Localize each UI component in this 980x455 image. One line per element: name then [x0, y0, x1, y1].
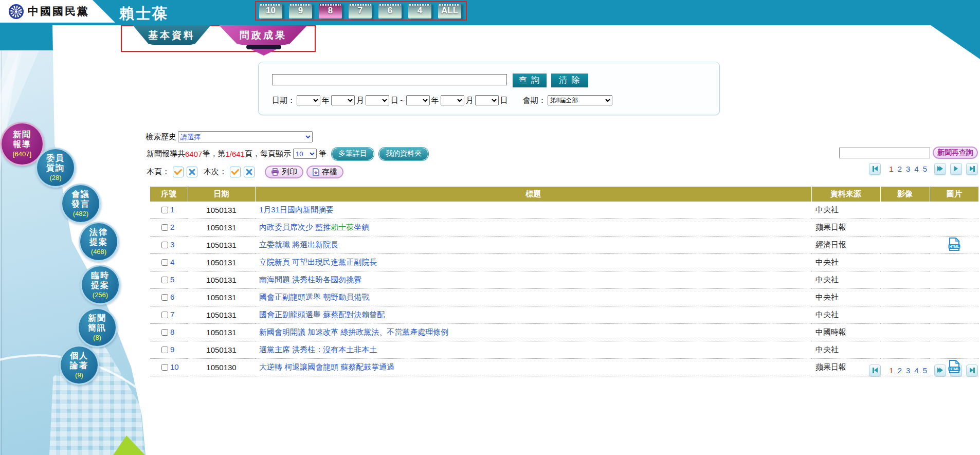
col-header-4: 資料來源	[811, 187, 880, 202]
session-tab-8[interactable]: 8	[319, 4, 342, 19]
page-link-2[interactable]: 2	[898, 165, 902, 173]
select-page-label: 本頁：	[147, 167, 170, 177]
decor-ray	[0, 20, 49, 425]
row-title-link[interactable]: 1月31日國內新聞摘要	[259, 205, 334, 214]
print-button[interactable]: 列印	[265, 166, 303, 178]
session-tab-7[interactable]: 7	[349, 4, 372, 19]
session-tab-6[interactable]: 6	[378, 4, 402, 19]
row-number-link[interactable]: 8	[170, 327, 174, 336]
end-day-select[interactable]	[475, 95, 499, 105]
row-number-link[interactable]: 1	[170, 205, 174, 214]
row-image-cell	[880, 289, 930, 306]
sidebar-item-count: (256)	[93, 291, 108, 299]
my-folder-button[interactable]: 我的資料夾	[379, 148, 428, 160]
page-link-1[interactable]: 1	[889, 165, 893, 173]
row-checkbox[interactable]	[161, 312, 168, 318]
row-title-link[interactable]: 立委就職 將選出新院長	[259, 240, 338, 249]
keyword-input[interactable]	[272, 74, 507, 85]
row-title-link[interactable]: 國會正副龍頭選舉 朝野動員備戰	[259, 293, 369, 301]
row-checkbox[interactable]	[161, 277, 168, 283]
row-date: 1050131	[188, 202, 255, 219]
row-title-link[interactable]: 立院新頁 可望出現民進黨正副院長	[259, 258, 377, 266]
sidebar-item-臨時提案[interactable]: 臨時提案(256)	[80, 265, 120, 305]
row-checkbox[interactable]	[161, 329, 168, 336]
row-title-link[interactable]: 內政委員席次少 藍推賴士葆坐鎮	[259, 223, 369, 231]
result-info-row: 新聞報導 共 6407 筆，第 1/641 頁，每頁顯示 10 筆 多筆詳目 我…	[147, 148, 428, 160]
col-header-5: 影像	[880, 187, 930, 202]
clear-all-batch-button[interactable]	[244, 167, 255, 177]
table-row: 61050131國會正副龍頭選舉 朝野動員備戰中央社	[150, 289, 978, 306]
start-year-select[interactable]	[297, 95, 320, 105]
end-year-select[interactable]	[406, 95, 430, 105]
session-select[interactable]: 第8屆全部	[548, 95, 612, 105]
sidebar-item-會議發言[interactable]: 會議發言(482)	[61, 184, 101, 224]
save-button[interactable]: 存檔	[306, 166, 343, 178]
page-link-4[interactable]: 4	[914, 165, 918, 173]
search-history-select[interactable]: 請選擇	[178, 131, 313, 142]
row-number-link[interactable]: 3	[170, 240, 174, 249]
multi-detail-button[interactable]: 多筆詳目	[332, 148, 374, 160]
row-number-link[interactable]: 7	[170, 310, 174, 319]
start-day-select[interactable]	[366, 95, 389, 105]
pager-last-button[interactable]	[966, 163, 978, 175]
search-history-label: 檢索歷史	[146, 132, 176, 142]
clear-all-page-button[interactable]	[187, 167, 197, 177]
sidebar-item-新聞簡訊[interactable]: 新聞簡訊(8)	[77, 307, 117, 348]
date-filter-row: 日期： 年 月 日 ~ 年 月 日 會期： 第8屆全部	[272, 95, 612, 106]
row-title-link[interactable]: 新國會明開議 加速改革 綠拚政黨法、不當黨產處理條例	[259, 327, 448, 336]
row-title-link[interactable]: 大逆轉 柯退讓國會龍頭 蘇蔡配鼓掌通過	[259, 362, 394, 371]
row-picture-cell	[930, 289, 978, 306]
row-image-cell	[880, 219, 930, 236]
row-number-link[interactable]: 2	[170, 223, 174, 231]
result-page: 1/641	[225, 150, 245, 158]
row-source: 中國時報	[811, 324, 880, 341]
sidebar-item-委員質詢[interactable]: 委員質詢(28)	[35, 148, 76, 188]
row-checkbox[interactable]	[161, 207, 168, 213]
select-batch-label: 本次：	[204, 167, 227, 177]
select-all-page-button[interactable]	[173, 167, 184, 177]
row-number-link[interactable]: 4	[170, 258, 174, 266]
search-button[interactable]: 查 詢	[513, 74, 547, 87]
row-checkbox[interactable]	[161, 259, 168, 266]
row-checkbox[interactable]	[161, 224, 168, 231]
decor-ray	[0, 20, 30, 409]
search-history-row: 檢索歷史 請選擇	[146, 131, 313, 142]
row-checkbox[interactable]	[161, 242, 168, 248]
session-tab-9[interactable]: 9	[289, 4, 312, 19]
page-link-5[interactable]: 5	[923, 165, 927, 173]
html-doc-icon[interactable]: HTML	[948, 360, 961, 373]
row-picture-cell	[930, 219, 978, 236]
page-size-select[interactable]: 10	[293, 149, 317, 159]
selection-toolbar: 本頁： 本次： 列印 存檔	[147, 165, 343, 178]
pager-next5-button[interactable]	[934, 163, 946, 175]
row-checkbox[interactable]	[161, 294, 168, 301]
end-month-select[interactable]	[441, 95, 464, 105]
row-number-link[interactable]: 9	[170, 345, 174, 354]
pager-first-button[interactable]	[869, 163, 881, 175]
requery-input[interactable]	[839, 148, 930, 158]
table-row: 51050131南海問題 洪秀柱盼各國勿挑釁中央社	[150, 271, 978, 289]
page-link-3[interactable]: 3	[906, 165, 910, 173]
row-picture-cell	[930, 341, 978, 359]
row-title-link[interactable]: 選黨主席 洪秀柱：沒有本土非本土	[259, 345, 377, 354]
requery-button[interactable]: 新聞再查詢	[933, 147, 978, 159]
header-corner-triangle	[931, 25, 980, 59]
row-number-link[interactable]: 6	[170, 293, 174, 301]
row-checkbox[interactable]	[161, 364, 168, 371]
start-month-select[interactable]	[331, 95, 355, 105]
session-tab-ALL[interactable]: ALL	[438, 4, 461, 19]
row-title-link[interactable]: 南海問題 洪秀柱盼各國勿挑釁	[259, 275, 361, 284]
html-doc-icon[interactable]: HTML	[948, 238, 961, 251]
sidebar-item-法律提案[interactable]: 法律提案(468)	[79, 222, 119, 262]
row-checkbox[interactable]	[161, 347, 168, 353]
sidebar-item-個人論著[interactable]: 個人論著(9)	[59, 345, 99, 385]
row-number-link[interactable]: 5	[170, 275, 174, 284]
row-number-link[interactable]: 10	[170, 362, 179, 371]
date-label: 日期：	[272, 96, 295, 105]
pager-next-button[interactable]	[950, 163, 962, 175]
select-all-batch-button[interactable]	[230, 167, 241, 177]
session-tab-10[interactable]: 10	[259, 4, 282, 19]
clear-button[interactable]: 清 除	[551, 74, 588, 87]
session-tab-4[interactable]: 4	[408, 4, 431, 19]
row-title-link[interactable]: 國會正副龍頭選舉 蘇蔡配對決賴曾配	[259, 310, 385, 319]
